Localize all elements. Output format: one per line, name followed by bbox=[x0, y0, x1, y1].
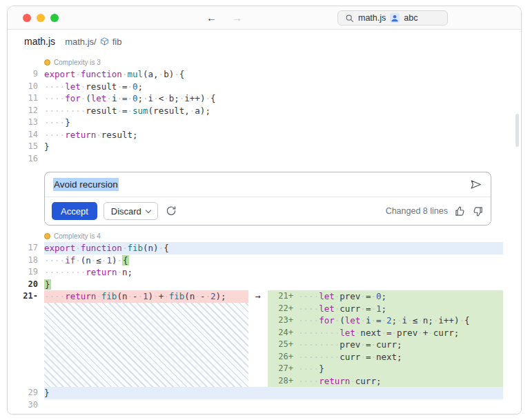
line-number: 23+ bbox=[268, 314, 298, 327]
line-number: 28+ bbox=[268, 375, 298, 388]
added-code-line[interactable]: 25+········prev·=·curr; bbox=[268, 339, 503, 351]
chevron-down-icon bbox=[146, 207, 151, 212]
discard-button[interactable]: Discard bbox=[104, 202, 158, 220]
close-window-button[interactable] bbox=[23, 14, 31, 22]
diff-added-column: 21+····let·prev·=·0;22+····let·curr·=·1;… bbox=[268, 290, 503, 387]
code-text: ········return·n; bbox=[44, 266, 503, 279]
assist-actions: Accept Discard Changed 8 lines bbox=[45, 197, 491, 225]
thumbs-up-button[interactable] bbox=[454, 206, 466, 217]
changed-lines-status: Changed 8 lines bbox=[386, 206, 448, 216]
scrollbar-thumb[interactable] bbox=[516, 114, 519, 147]
line-number: 16 bbox=[8, 153, 44, 166]
code-line[interactable]: 20} bbox=[8, 279, 503, 291]
code-line[interactable]: 19········return·n; bbox=[8, 266, 503, 279]
code-line[interactable]: 11····for·(let·i·=·0;·i·<·b;·i++)·{ bbox=[8, 92, 503, 105]
code-line[interactable]: 13····} bbox=[8, 117, 503, 129]
added-code-line[interactable]: 27+····} bbox=[268, 363, 503, 375]
line-number: 13 bbox=[8, 117, 44, 129]
code-text bbox=[44, 399, 503, 412]
code-text: ····if·(n·≤·1)·{ bbox=[44, 254, 503, 267]
code-line[interactable]: 14····return·result; bbox=[8, 129, 503, 141]
added-code-line[interactable]: 22+····let·curr·=·1; bbox=[268, 303, 503, 315]
complexity-annotation-bottom: Complexity is 4 bbox=[8, 231, 503, 241]
collaborator-avatar-icon bbox=[390, 13, 400, 23]
complexity-text: Complexity is 3 bbox=[54, 59, 101, 66]
deleted-code-line[interactable]: 21-····return·fib(n·-·1)·+·fib(n·-·2); bbox=[8, 290, 248, 303]
tabbar: math.js math.js/ fib bbox=[8, 30, 521, 53]
added-code-line[interactable]: 23+····for·(let·i·=·2;·i·≤·n;·i++)·{ bbox=[268, 314, 503, 327]
code-line[interactable]: 12········result·=·sum(result,·a); bbox=[8, 105, 503, 117]
back-button[interactable]: ← bbox=[206, 6, 217, 30]
line-number: 27+ bbox=[268, 363, 298, 375]
search-icon bbox=[345, 14, 354, 23]
complexity-text: Complexity is 4 bbox=[54, 232, 101, 240]
line-number: 15 bbox=[8, 141, 44, 153]
code-text: ····for·(let·i·=·0;·i·<·b;·i++)·{ bbox=[44, 92, 503, 105]
diff-deleted-column: 21-····return·fib(n·-·1)·+·fib(n·-·2); bbox=[8, 290, 248, 387]
line-number: 22+ bbox=[268, 303, 298, 315]
added-code-line[interactable]: 28+····return·curr; bbox=[268, 375, 503, 388]
thumbs-down-button[interactable] bbox=[472, 206, 484, 217]
added-code-line[interactable]: 26+········curr·=·next; bbox=[268, 351, 503, 363]
titlebar: ← → math.js abc bbox=[8, 6, 521, 30]
added-code-text: ········let·next·=·prev·+·curr; bbox=[298, 327, 503, 339]
send-icon[interactable] bbox=[469, 178, 482, 191]
line-number: 29 bbox=[8, 387, 44, 399]
code-text: ····return·result; bbox=[44, 129, 503, 141]
code-text: export·function·mul(a,·b)·{ bbox=[44, 68, 503, 81]
breadcrumb[interactable]: math.js/ fib bbox=[65, 37, 121, 47]
added-code-line[interactable]: 24+········let·next·=·prev·+·curr; bbox=[268, 327, 503, 339]
added-code-line[interactable]: 21+····let·prev·=·0; bbox=[268, 290, 503, 303]
assist-prompt-input[interactable]: Avoid recursion bbox=[45, 172, 491, 197]
added-code-text: ····let·prev·=·0; bbox=[298, 290, 503, 303]
added-code-text: ····for·(let·i·=·2;·i·≤·n;·i++)·{ bbox=[298, 314, 503, 327]
added-code-text: ········prev·=·curr; bbox=[298, 339, 503, 351]
code-text: } bbox=[44, 279, 503, 291]
code-line[interactable]: 16 bbox=[8, 153, 503, 166]
line-number: 21+ bbox=[268, 290, 298, 303]
code-block-mul: 9export·function·mul(a,·b)·{10····let·re… bbox=[8, 68, 503, 165]
added-code-text: ····} bbox=[298, 363, 503, 375]
diff-arrow-icon: → bbox=[248, 290, 268, 387]
code-block-fib: 17export·function·fib(n)·{18····if·(n·≤·… bbox=[8, 242, 503, 290]
refresh-icon bbox=[166, 206, 177, 217]
deleted-region-hatch bbox=[44, 303, 248, 388]
diff-region: 21-····return·fib(n·-·1)·+·fib(n·-·2); →… bbox=[8, 290, 503, 387]
code-line[interactable]: 10····let·result·=·0; bbox=[8, 81, 503, 93]
code-text: } bbox=[44, 387, 503, 399]
code-text bbox=[44, 153, 503, 166]
editor[interactable]: Complexity is 3 9export·function·mul(a,·… bbox=[8, 53, 521, 414]
code-block-tail: 29}30 bbox=[8, 387, 503, 411]
code-text: ········result·=·sum(result,·a); bbox=[44, 105, 503, 117]
minimize-window-button[interactable] bbox=[37, 14, 45, 22]
code-text: ····} bbox=[44, 117, 503, 129]
code-line[interactable]: 29} bbox=[8, 387, 503, 399]
accept-button[interactable]: Accept bbox=[52, 202, 97, 220]
line-number: 17 bbox=[8, 242, 44, 254]
project-name: math.js bbox=[358, 13, 386, 23]
line-number: 24+ bbox=[268, 327, 298, 339]
medal-icon bbox=[44, 233, 50, 239]
app-window: ← → math.js abc math.js math.js/ fib bbox=[7, 6, 522, 414]
symbol-cube-icon bbox=[100, 37, 109, 46]
window-controls bbox=[23, 14, 59, 22]
breadcrumb-symbol: fib bbox=[112, 37, 122, 47]
line-number: 20 bbox=[8, 279, 44, 291]
forward-button[interactable]: → bbox=[232, 6, 242, 30]
retry-button[interactable] bbox=[164, 204, 178, 218]
tab-mathjs[interactable]: math.js bbox=[24, 36, 55, 47]
prompt-selected-text: Avoid recursion bbox=[53, 178, 119, 191]
complexity-annotation-top: Complexity is 3 bbox=[8, 57, 503, 67]
code-line[interactable]: 9export·function·mul(a,·b)·{ bbox=[8, 68, 503, 81]
code-line[interactable]: 18····if·(n·≤·1)·{ bbox=[8, 254, 503, 267]
code-line[interactable]: 17export·function·fib(n)·{ bbox=[8, 242, 503, 254]
line-number: 19 bbox=[8, 266, 44, 279]
zoom-window-button[interactable] bbox=[50, 14, 59, 22]
project-search-pill[interactable]: math.js abc bbox=[337, 10, 448, 26]
code-line[interactable]: 30 bbox=[8, 399, 503, 412]
line-number: 21- bbox=[8, 290, 44, 303]
line-number: 10 bbox=[8, 81, 44, 93]
inline-assist-panel: Avoid recursion Accept Discard Changed 8… bbox=[44, 172, 491, 226]
discard-label: Discard bbox=[111, 206, 141, 217]
code-line[interactable]: 15} bbox=[8, 141, 503, 153]
